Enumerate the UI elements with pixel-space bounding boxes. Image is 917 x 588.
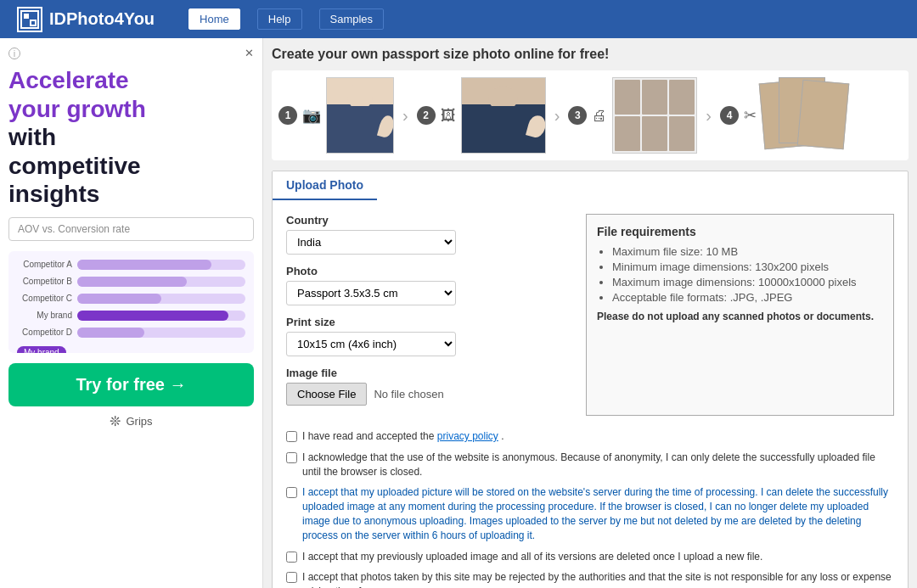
step-2: 2 🖼 (417, 77, 546, 154)
ad-headline: Accelerate your growth with competitive … (8, 66, 254, 209)
logo-icon (17, 7, 42, 32)
privacy-policy-link[interactable]: privacy policy (437, 430, 498, 442)
chart-bar-label: My brand (17, 311, 72, 320)
photo-thumb-1 (327, 78, 393, 153)
checkbox-4[interactable] (286, 552, 297, 563)
file-requirements-box: File requirements Maximum file size: 10 … (586, 214, 894, 416)
nav-samples[interactable]: Samples (319, 8, 385, 30)
req-item-1: Maximum file size: 10 MB (612, 245, 883, 258)
step-3-number: 3 (568, 106, 587, 125)
chart-bar-bg (77, 260, 245, 270)
checkbox-row-5: I accept that photos taken by this site … (286, 570, 894, 588)
nav-help[interactable]: Help (257, 8, 302, 30)
country-label: Country (286, 214, 572, 227)
try-free-button[interactable]: Try for free → (8, 363, 254, 406)
chart-bar-fill (77, 311, 228, 321)
step-2-image (461, 77, 546, 154)
step-1: 1 📷 (278, 77, 394, 154)
ad-line5: insights (8, 181, 99, 207)
chart-bar-row: Competitor A (17, 260, 245, 270)
arrow-1-2: › (402, 106, 408, 126)
chart-bar-fill (77, 260, 211, 270)
step-2-edit-icon: 🖼 (441, 107, 456, 125)
upload-form: Country India USA UK Photo Passport 3.5x… (286, 214, 572, 416)
checkbox-row-3: I accept that my uploaded picture will b… (286, 485, 894, 542)
grid-cell-4 (615, 116, 640, 151)
chart-bar-bg (77, 277, 245, 287)
chart-bar-label: Competitor C (17, 294, 72, 303)
checkbox-5[interactable] (286, 572, 297, 583)
chart-bar-row: My brand (17, 311, 245, 321)
chart-bar-fill (77, 328, 144, 338)
stacked-photo-3 (797, 80, 850, 149)
thumb-body-1 (340, 106, 380, 132)
brand-label-badge: My brand (17, 346, 66, 353)
arrow-2-3: › (554, 106, 560, 126)
logo-area: IDPhoto4You (17, 7, 155, 32)
print-size-group: Print size 10x15 cm (4x6 inch) 13x18 cm … (286, 316, 572, 356)
chart-bars: Competitor ACompetitor BCompetitor CMy b… (17, 260, 245, 338)
image-file-label: Image file (286, 367, 572, 379)
nav-home[interactable]: Home (188, 8, 240, 30)
grid-cell-3 (669, 80, 695, 115)
checkbox-2[interactable] (286, 452, 297, 463)
photo-label: Photo (286, 265, 572, 277)
ad-close-btn[interactable]: ✕ (245, 47, 254, 59)
step-4: 4 ✂ (720, 77, 855, 154)
chart-bar-label: Competitor B (17, 277, 72, 286)
no-file-text: No file chosen (374, 388, 443, 400)
logo-text: IDPhoto4You (49, 9, 155, 29)
chart-bar-label: Competitor D (17, 328, 72, 337)
photo-group: Photo Passport 3.5x3.5 cm Passport 4x6 c… (286, 265, 572, 305)
thumbs-up-2 (526, 114, 546, 140)
country-group: Country India USA UK (286, 214, 572, 255)
grips-label: ❊ Grips (8, 413, 254, 429)
chart-bar-fill (77, 277, 187, 287)
upload-tab[interactable]: Upload Photo (273, 171, 377, 200)
file-input-area: Choose File No file chosen (286, 383, 572, 406)
req-item-3: Maximum image dimensions: 10000x10000 pi… (612, 276, 883, 288)
step-3-grid (612, 77, 697, 154)
step-3: 3 🖨 (568, 77, 697, 154)
checkboxes-section: I have read and accepted the privacy pol… (273, 429, 908, 588)
checkbox-1-label: I have read and accepted the privacy pol… (302, 429, 504, 444)
content-area: Create your own passport size photo onli… (263, 38, 917, 588)
checkbox-row-4: I accept that my previously uploaded ima… (286, 550, 894, 564)
grid-cell-6 (669, 116, 695, 151)
chart-bar-row: Competitor D (17, 328, 245, 338)
checkbox-1[interactable] (286, 431, 297, 442)
file-req-warning: Please do not upload any scanned photos … (597, 311, 883, 322)
step-3-print-icon: 🖨 (592, 107, 607, 125)
photo-select[interactable]: Passport 3.5x3.5 cm Passport 4x6 cm (286, 281, 456, 305)
checkbox-row-2: I acknowledge that the use of the websit… (286, 451, 894, 479)
choose-file-button[interactable]: Choose File (286, 383, 367, 406)
country-select[interactable]: India USA UK (286, 230, 456, 255)
req-item-4: Acceptable file formats: .JPG, .JPEG (612, 291, 883, 304)
step-1-number: 1 (278, 106, 297, 125)
print-size-select[interactable]: 10x15 cm (4x6 inch) 13x18 cm (5x7 inch) (286, 332, 456, 356)
photo-thumb-2 (462, 78, 545, 153)
chart-bar-bg (77, 328, 245, 338)
main-layout: i ✕ Accelerate your growth with competit… (0, 38, 917, 588)
req-item-2: Minimum image dimensions: 130x200 pixels (612, 260, 883, 273)
file-req-title: File requirements (597, 225, 883, 238)
image-file-group: Image file Choose File No file chosen (286, 367, 572, 406)
grips-icon: ❊ (110, 413, 121, 429)
ad-subtext: AOV vs. Conversion rate (8, 217, 254, 241)
print-size-label: Print size (286, 316, 572, 328)
checkbox-3[interactable] (286, 487, 297, 498)
page-heading: Create your own passport size photo onli… (272, 47, 909, 62)
ad-line4: competitive (8, 153, 141, 179)
svg-rect-2 (31, 20, 36, 25)
ad-label: i (8, 48, 20, 59)
checkbox-row-1: I have read and accepted the privacy pol… (286, 429, 894, 444)
header: IDPhoto4You Home Help Samples (0, 0, 917, 38)
checkbox-4-label: I accept that my previously uploaded ima… (302, 550, 762, 564)
step-4-multi (762, 77, 855, 154)
chart-bar-row: Competitor B (17, 277, 245, 287)
step-1-image (326, 77, 394, 154)
sidebar-ad: i ✕ Accelerate your growth with competit… (0, 38, 263, 588)
grips-text: Grips (126, 415, 152, 428)
ad-line1: Accelerate (8, 67, 129, 93)
thumb-body-2 (481, 106, 526, 132)
